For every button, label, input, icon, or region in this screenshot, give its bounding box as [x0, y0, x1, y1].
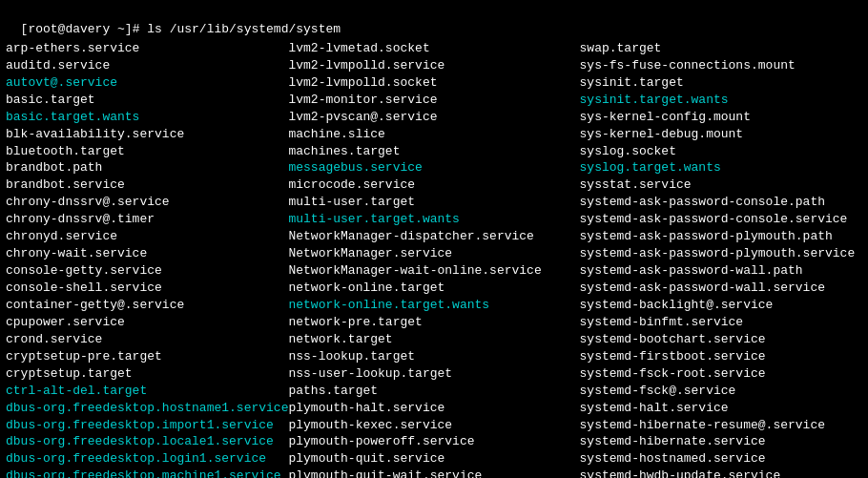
- list-item: nss-user-lookup.target: [288, 365, 579, 383]
- list-item: lvm2-lvmetad.socket: [288, 40, 579, 57]
- list-item: machine.slice: [288, 126, 579, 143]
- list-item: microcode.service: [288, 177, 579, 194]
- list-item: ctrl-alt-del.target: [6, 383, 288, 400]
- list-item: console-getty.service: [6, 262, 288, 280]
- list-item: basic.target.wants: [6, 109, 288, 126]
- list-item: dbus-org.freedesktop.locale1.service: [6, 433, 288, 450]
- list-item: autovt@.service: [6, 74, 288, 92]
- list-item: chrony-dnssrv@.timer: [6, 211, 288, 228]
- list-item: systemd-ask-password-console.service: [580, 211, 862, 228]
- list-item: systemd-ask-password-plymouth.service: [580, 245, 862, 262]
- column-3: swap.targetsys-fs-fuse-connections.mount…: [580, 40, 862, 478]
- list-item: systemd-bootchart.service: [580, 331, 862, 348]
- list-item: lvm2-lvmpolld.service: [288, 57, 579, 74]
- list-item: chrony-dnssrv@.service: [6, 194, 288, 211]
- list-item: lvm2-monitor.service: [288, 92, 579, 109]
- list-item: brandbot.path: [6, 159, 288, 177]
- list-item: console-shell.service: [6, 280, 288, 297]
- list-item: systemd-ask-password-wall.service: [580, 280, 862, 297]
- list-item: systemd-fsck@.service: [580, 383, 862, 400]
- list-item: plymouth-kexec.service: [288, 417, 579, 434]
- list-item: blk-availability.service: [6, 126, 288, 143]
- list-item: systemd-hibernate.service: [580, 433, 862, 450]
- list-item: systemd-backlight@.service: [580, 297, 862, 314]
- list-item: syslog.socket: [580, 143, 862, 160]
- list-item: systemd-firstboot.service: [580, 348, 862, 365]
- list-item: sysinit.target: [580, 74, 862, 92]
- list-item: cpupower.service: [6, 314, 288, 331]
- list-item: multi-user.target: [288, 194, 579, 211]
- list-item: systemd-hwdb-update.service: [580, 468, 862, 478]
- list-item: lvm2-pvscan@.service: [288, 109, 579, 126]
- list-item: swap.target: [580, 40, 862, 57]
- list-item: cryptsetup.target: [6, 365, 288, 383]
- list-item: network-pre.target: [288, 314, 579, 331]
- list-item: paths.target: [288, 383, 579, 400]
- terminal-window: { "prompt": "[root@davery ~]# ls /usr/li…: [0, 0, 868, 478]
- list-item: network.target: [288, 331, 579, 348]
- list-item: systemd-halt.service: [580, 400, 862, 417]
- list-item: chrony-wait.service: [6, 245, 288, 262]
- list-item: sys-fs-fuse-connections.mount: [580, 57, 862, 74]
- list-item: machines.target: [288, 143, 579, 160]
- list-item: sys-kernel-config.mount: [580, 109, 862, 126]
- list-item: systemd-binfmt.service: [580, 314, 862, 331]
- list-item: multi-user.target.wants: [288, 211, 579, 228]
- list-item: plymouth-quit.service: [288, 450, 579, 468]
- list-item: systemd-fsck-root.service: [580, 365, 862, 383]
- list-item: container-getty@.service: [6, 297, 288, 314]
- list-item: dbus-org.freedesktop.hostname1.service: [6, 400, 288, 417]
- list-item: sys-kernel-debug.mount: [580, 126, 862, 143]
- list-item: plymouth-halt.service: [288, 400, 579, 417]
- list-item: plymouth-poweroff.service: [288, 433, 579, 450]
- list-item: dbus-org.freedesktop.login1.service: [6, 450, 288, 468]
- list-item: nss-lookup.target: [288, 348, 579, 365]
- list-item: syslog.target.wants: [580, 159, 862, 177]
- list-item: NetworkManager-dispatcher.service: [288, 228, 579, 245]
- list-item: plymouth-quit-wait.service: [288, 468, 579, 478]
- list-item: auditd.service: [6, 57, 288, 74]
- list-item: systemd-ask-password-plymouth.path: [580, 228, 862, 245]
- list-item: sysstat.service: [580, 177, 862, 194]
- prompt-text: [root@davery ~]# ls /usr/lib/systemd/sys…: [21, 22, 341, 36]
- list-item: NetworkManager-wait-online.service: [288, 262, 579, 280]
- list-item: messagebus.service: [288, 159, 579, 177]
- list-item: crond.service: [6, 331, 288, 348]
- list-item: network-online.target.wants: [288, 297, 579, 314]
- column-2: lvm2-lvmetad.socketlvm2-lvmpolld.service…: [288, 40, 579, 478]
- list-item: systemd-ask-password-console.path: [580, 194, 862, 211]
- list-item: chronyd.service: [6, 228, 288, 245]
- list-item: bluetooth.target: [6, 143, 288, 160]
- list-item: systemd-ask-password-wall.path: [580, 262, 862, 280]
- list-item: sysinit.target.wants: [580, 92, 862, 109]
- file-listing: arp-ethers.serviceauditd.serviceautovt@.…: [6, 40, 862, 478]
- list-item: cryptsetup-pre.target: [6, 348, 288, 365]
- column-1: arp-ethers.serviceauditd.serviceautovt@.…: [6, 40, 288, 478]
- list-item: lvm2-lvmpolld.socket: [288, 74, 579, 92]
- list-item: arp-ethers.service: [6, 40, 288, 57]
- list-item: dbus-org.freedesktop.import1.service: [6, 417, 288, 434]
- list-item: network-online.target: [288, 280, 579, 297]
- prompt-line: [root@davery ~]# ls /usr/lib/systemd/sys…: [6, 4, 862, 38]
- list-item: basic.target: [6, 92, 288, 109]
- list-item: systemd-hibernate-resume@.service: [580, 417, 862, 434]
- list-item: systemd-hostnamed.service: [580, 450, 862, 468]
- list-item: brandbot.service: [6, 177, 288, 194]
- list-item: NetworkManager.service: [288, 245, 579, 262]
- list-item: dbus-org.freedesktop.machine1.service: [6, 468, 288, 478]
